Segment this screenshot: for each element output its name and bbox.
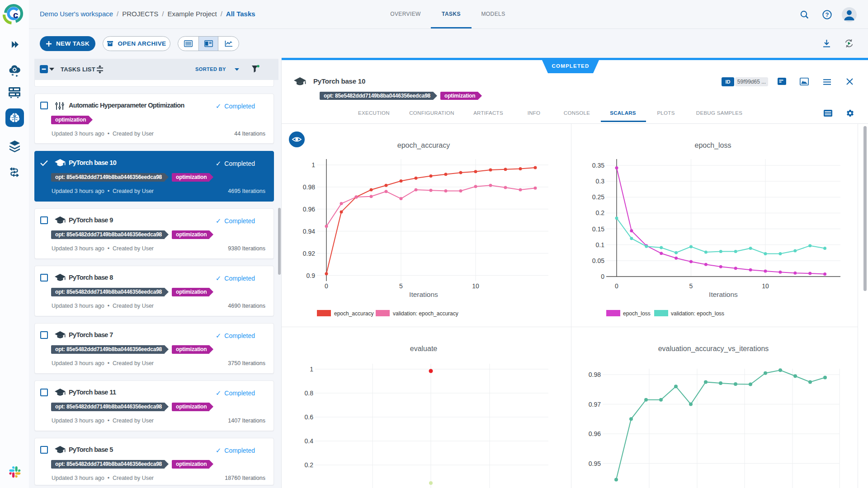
svg-text:epoch_loss: epoch_loss: [695, 141, 731, 150]
svg-text:epoch_accuracy: epoch_accuracy: [334, 310, 373, 317]
svg-text:epoch_loss: epoch_loss: [623, 310, 651, 317]
svg-text:10: 10: [762, 282, 769, 290]
svg-text:0: 0: [601, 273, 604, 280]
svg-text:0.96: 0.96: [589, 430, 601, 437]
svg-text:5: 5: [689, 282, 693, 290]
svg-text:0.3: 0.3: [596, 178, 605, 185]
svg-text:0: 0: [325, 282, 328, 290]
svg-text:0.98: 0.98: [589, 371, 601, 378]
svg-text:c: c: [13, 9, 19, 20]
svg-text:0.1: 0.1: [596, 241, 605, 249]
svg-text:evaluation_accuracy_vs_iterati: evaluation_accuracy_vs_iterations: [658, 345, 769, 353]
svg-text:0.97: 0.97: [589, 401, 601, 408]
svg-text:epoch_accuracy: epoch_accuracy: [397, 141, 450, 150]
svg-text:?: ?: [826, 11, 829, 18]
svg-text:evaluate: evaluate: [410, 345, 438, 352]
svg-text:0.05: 0.05: [592, 257, 604, 264]
svg-text:1: 1: [311, 161, 315, 169]
svg-text:0.6: 0.6: [305, 413, 314, 421]
svg-text:0.95: 0.95: [589, 460, 601, 467]
svg-text:1: 1: [310, 366, 313, 373]
svg-text:5: 5: [399, 282, 403, 290]
svg-text:0.25: 0.25: [592, 193, 604, 201]
svg-text:0.2: 0.2: [305, 461, 314, 469]
svg-text:0.4: 0.4: [305, 437, 314, 445]
svg-text:Iterations: Iterations: [709, 291, 738, 298]
svg-text:0.15: 0.15: [592, 225, 604, 233]
svg-text:10: 10: [472, 282, 479, 290]
svg-text:0.94: 0.94: [303, 228, 315, 235]
svg-text:validation: epoch_accuracy: validation: epoch_accuracy: [393, 310, 458, 317]
svg-text:0.8: 0.8: [305, 389, 314, 397]
svg-text:0.98: 0.98: [303, 183, 315, 191]
svg-text:Iterations: Iterations: [409, 291, 438, 298]
svg-text:0.35: 0.35: [592, 162, 604, 169]
svg-text:0.9: 0.9: [307, 272, 316, 279]
svg-text:0.96: 0.96: [303, 206, 315, 213]
svg-text:0.2: 0.2: [596, 209, 605, 216]
svg-text:validation: epoch_loss: validation: epoch_loss: [671, 310, 724, 317]
svg-text:0.92: 0.92: [303, 250, 315, 257]
svg-text:0: 0: [615, 282, 618, 290]
